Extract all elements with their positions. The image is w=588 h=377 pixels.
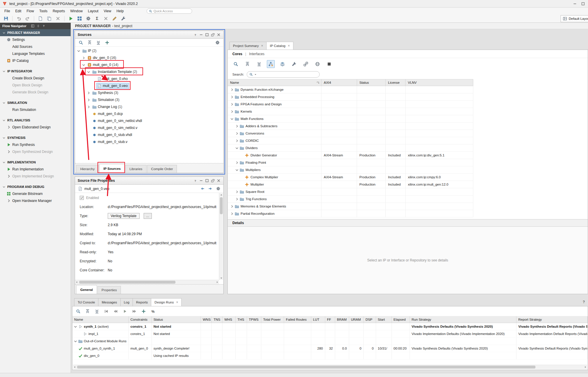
- ip-settings-button[interactable]: [290, 60, 298, 68]
- column-header-tns[interactable]: TNS: [212, 316, 222, 323]
- source-tree-item-mult-gen-0-vho[interactable]: mult_gen_0.vho: [75, 75, 223, 82]
- chevron-right-icon[interactable]: [235, 124, 239, 128]
- scrollbar-thumb[interactable]: [79, 281, 175, 284]
- tab-properties[interactable]: Properties: [98, 286, 121, 294]
- menu-tools[interactable]: Tools: [36, 8, 50, 14]
- help-icon[interactable]: ?: [583, 300, 585, 304]
- source-tree-item-mult-gen-0-stub-v[interactable]: mult_gen_0_stub.v: [75, 138, 223, 145]
- minimize-button[interactable]: [199, 179, 203, 183]
- taxonomy-button[interactable]: [279, 60, 286, 68]
- flownav-item-add-sources[interactable]: Add Sources: [0, 43, 71, 50]
- column-header-ths[interactable]: THS: [236, 316, 247, 323]
- help-button[interactable]: ?: [42, 24, 46, 28]
- horizontal-scrollbar[interactable]: [73, 365, 587, 369]
- tab-project-summary[interactable]: Project Summary×: [229, 42, 266, 50]
- tools-button[interactable]: [120, 15, 127, 22]
- ip-catalog-category-row[interactable]: Adders & Subtracters: [228, 123, 473, 130]
- chevron-down-icon[interactable]: [230, 117, 234, 121]
- quick-access-search[interactable]: [147, 8, 192, 14]
- maximize-button[interactable]: [205, 33, 209, 37]
- dock-button[interactable]: [31, 24, 34, 28]
- ip-catalog-category-row[interactable]: CORDIC: [228, 137, 473, 144]
- ip-catalog-category-row[interactable]: Multipliers: [228, 166, 473, 174]
- ip-web-button[interactable]: [314, 60, 321, 68]
- column-header-vlnv[interactable]: VLNV: [406, 79, 473, 86]
- source-tree-item-mult-gen-0-sim-netlist-v[interactable]: mult_gen_0_sim_netlist.v: [75, 124, 223, 131]
- float-button[interactable]: [211, 179, 215, 183]
- flownav-section-implementation[interactable]: IMPLEMENTATION: [0, 159, 71, 166]
- menu-help[interactable]: Help: [114, 8, 126, 14]
- chevron-right-icon[interactable]: [230, 205, 234, 208]
- design-run-row-out-of-context-module-runs[interactable]: Out-of-Context Module Runs: [72, 338, 588, 345]
- menu-window[interactable]: Window: [67, 8, 85, 14]
- chevron-right-icon[interactable]: [235, 132, 239, 135]
- maximize-window-icon[interactable]: [581, 2, 585, 6]
- undo-button[interactable]: [15, 15, 22, 22]
- scrollbar-thumb[interactable]: [77, 366, 535, 369]
- column-header-report-strategy[interactable]: Report Strategy: [516, 316, 588, 323]
- design-run-row-div-gen-0[interactable]: div_gen_0Using cached IP results: [72, 352, 588, 359]
- scroll-left-icon[interactable]: [73, 365, 76, 369]
- scroll-up-icon[interactable]: [220, 193, 223, 197]
- flownav-item-generate-block-design[interactable]: Generate Block Design: [0, 89, 71, 96]
- flownav-item-open-synthesized-design[interactable]: Open Synthesized Design: [0, 148, 71, 155]
- settings-button[interactable]: [215, 40, 220, 45]
- ip-status-button[interactable]: [325, 60, 333, 68]
- menu-layout[interactable]: Layout: [85, 8, 101, 14]
- source-tree-item-mult-gen-0-dcp[interactable]: mult_gen_0.dcp: [75, 110, 223, 117]
- horizontal-scrollbar[interactable]: [75, 280, 219, 284]
- flownav-item-run-implementation[interactable]: Run Implementation: [0, 166, 71, 173]
- redo-button[interactable]: [24, 15, 31, 22]
- tab-compile-order[interactable]: Compile Order: [147, 165, 177, 173]
- column-header-uram[interactable]: URAM: [349, 316, 364, 323]
- tab-ip-sources[interactable]: IP Sources: [99, 164, 125, 173]
- ip-catalog-category-row[interactable]: Embedded Processing: [228, 93, 473, 101]
- run-selected-button[interactable]: [123, 309, 127, 314]
- ip-catalog-category-row[interactable]: Conversions: [228, 130, 473, 137]
- scroll-right-icon[interactable]: [215, 280, 219, 284]
- column-header-status[interactable]: Status: [152, 316, 201, 323]
- source-tree-item-instantiation-template[interactable]: Instantiation Template (2): [75, 68, 223, 75]
- chevron-right-icon[interactable]: [230, 88, 234, 92]
- ip-catalog-search-box[interactable]: [247, 71, 320, 78]
- column-header-license[interactable]: License: [386, 79, 406, 86]
- chevron-down-icon[interactable]: [235, 168, 239, 172]
- scroll-down-icon[interactable]: [220, 276, 223, 280]
- create-run-button[interactable]: [141, 309, 146, 314]
- delete-button[interactable]: [54, 15, 62, 22]
- ip-catalog-ip-row[interactable]: MultiplierProductionIncludedxilinx.com:i…: [228, 181, 473, 188]
- tab-log[interactable]: Log: [120, 298, 133, 306]
- group-by-category-button[interactable]: [267, 60, 275, 68]
- ip-catalog-ip-row[interactable]: Complex MultiplierAXI4-StreamProductionI…: [228, 174, 473, 181]
- step-back-button[interactable]: [113, 309, 118, 314]
- design-run-row-impl-1[interactable]: impl_1constrs_1Not startedVivado Impleme…: [72, 330, 588, 338]
- chevron-right-icon[interactable]: [235, 190, 239, 194]
- source-tree-item-ip[interactable]: IP (2): [75, 47, 223, 54]
- source-tree-item-mult-gen-0-stub-vhdl[interactable]: mult_gen_0_stub.vhdl: [75, 131, 223, 138]
- chevron-right-icon[interactable]: [230, 212, 234, 216]
- source-tree-item-mult-gen-0-veo[interactable]: mult_gen_0.veo: [75, 82, 223, 89]
- help-button[interactable]: ?: [193, 33, 197, 37]
- search-button[interactable]: [79, 40, 83, 45]
- chevron-down-icon[interactable]: [77, 49, 81, 53]
- ip-catalog-category-row[interactable]: Floating Point: [228, 159, 473, 166]
- ip-catalog-search-input[interactable]: [258, 73, 317, 76]
- flownav-item-open-hardware-manager[interactable]: Open Hardware Manager: [0, 197, 71, 204]
- document-button[interactable]: [37, 15, 44, 22]
- tab-libraries[interactable]: Libraries: [125, 165, 146, 173]
- tab-design-runs[interactable]: Design Runs×: [151, 298, 182, 306]
- column-header-name[interactable]: Name^1: [228, 79, 321, 86]
- back-arrow-icon[interactable]: [200, 186, 205, 191]
- search-button[interactable]: [76, 309, 81, 314]
- flownav-item-language-templates[interactable]: Language Templates: [0, 50, 71, 57]
- run-button[interactable]: [67, 15, 74, 22]
- report-button[interactable]: Σ: [93, 15, 101, 22]
- column-header-wns[interactable]: WNS: [201, 316, 212, 323]
- menu-edit[interactable]: Edit: [13, 8, 24, 14]
- gear-icon[interactable]: [216, 186, 220, 191]
- flownav-item-generate-bitstream[interactable]: Generate Bitstream: [0, 190, 71, 197]
- menu-file[interactable]: File: [2, 8, 13, 14]
- type-combo[interactable]: Verilog Template: [108, 213, 140, 219]
- chevron-right-icon[interactable]: [230, 102, 234, 106]
- layout-selector-button[interactable]: Default Layout: [561, 15, 588, 22]
